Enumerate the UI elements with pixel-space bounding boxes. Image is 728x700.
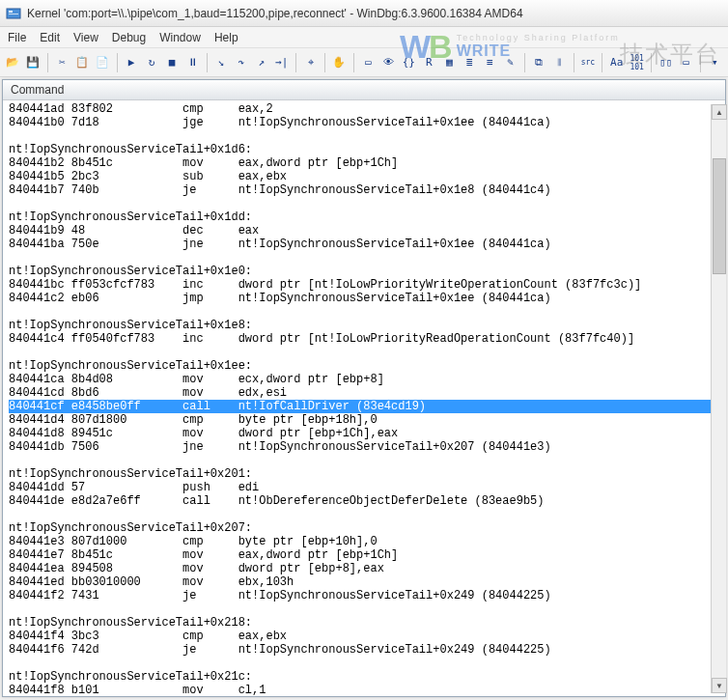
cut-icon[interactable]: ✂ [53,52,71,73]
disasm-line-highlighted[interactable]: 840441cf e8458be0ff call nt!IofCallDrive… [9,400,719,413]
disasm-line[interactable]: 840441c2 eb06 jmp nt!IopSynchronousServi… [9,292,719,305]
disasm-line[interactable]: 840441f8 b101 mov cl,1 [9,684,719,696]
toolbar-separator [602,53,602,72]
cmd-window-icon[interactable]: ▭ [359,52,378,73]
save-icon[interactable]: 💾 [24,52,42,73]
disasm-line[interactable]: 840441b9 48 dec eax [9,224,719,238]
break-icon[interactable]: ⏸ [183,52,202,73]
disasm-line[interactable]: 840441f6 742d je nt!IopSynchronousServic… [9,643,719,657]
toolbar-separator [324,53,325,72]
app-icon [6,6,21,21]
window-title: Kernel 'com:port=\\.\pipe\com_1,baud=115… [27,7,523,20]
disasm-line[interactable]: 840441f4 3bc3 cmp eax,ebx [9,630,719,643]
disasm-line[interactable] [9,602,719,616]
vertical-scrollbar[interactable]: ▲ ▼ [711,104,726,693]
disasm-line[interactable]: 840441dd 57 push edi [9,481,719,494]
disasm-line[interactable] [9,657,719,670]
toolbar: 📂💾✂📋📄▶↻■⏸↘↷↗→|⌖✋▭👁{}R▦≣≡✎⧉⫴srcAa101 101▯… [0,48,728,77]
disasm-line[interactable] [9,508,719,521]
call-stack-window-icon[interactable]: ≣ [461,52,479,73]
menu-file[interactable]: File [8,31,26,44]
step-out-icon[interactable]: ↗ [252,52,270,73]
memory-window-icon[interactable]: ▦ [440,52,459,73]
disasm-line[interactable]: nt!IopSynchronousServiceTail+0x201: [9,467,719,481]
watch-window-icon[interactable]: 👁 [379,52,398,73]
step-over-icon[interactable]: ↷ [232,52,250,73]
disasm-line[interactable] [9,305,719,319]
disasm-line[interactable] [9,346,719,359]
disasm-line[interactable] [9,251,719,265]
paste-icon[interactable]: 📄 [94,52,112,73]
svg-rect-1 [9,11,13,13]
hand-icon[interactable]: ✋ [330,52,349,73]
menu-edit[interactable]: Edit [40,31,60,44]
source-mode-icon[interactable]: src [578,52,597,73]
toolbar-separator [574,53,574,72]
svg-rect-2 [9,14,18,14]
toolbar-separator [295,53,296,72]
open-icon[interactable]: 📂 [4,52,22,73]
disasm-line[interactable] [9,197,719,210]
scroll-track[interactable] [712,120,726,678]
disasm-line[interactable]: 840441ed bb03010000 mov ebx,103h [9,575,719,589]
toolbar-separator [524,53,525,72]
threads-icon[interactable]: ⫴ [550,52,569,73]
toolbar-separator [207,53,208,72]
go-icon[interactable]: ▶ [123,52,141,73]
copy-icon[interactable]: 📋 [73,52,92,73]
disasm-line[interactable]: 840441ea 894508 mov dword ptr [ebp+8],ea… [9,562,719,575]
scroll-up-button[interactable]: ▲ [712,104,727,120]
disasm-line[interactable]: nt!IopSynchronousServiceTail+0x207: [9,521,719,535]
disasm-line[interactable]: nt!IopSynchronousServiceTail+0x21c: [9,670,719,684]
disasm-line[interactable]: 840441cd 8bd6 mov edx,esi [9,386,719,400]
toolbar-separator [47,53,48,72]
disasm-line[interactable]: 840441ba 750e jne nt!IopSynchronousServi… [9,238,719,251]
disasm-line[interactable]: nt!IopSynchronousServiceTail+0x1e8: [9,319,719,332]
locals-window-icon[interactable]: {} [400,52,418,73]
step-into-icon[interactable]: ↘ [211,52,230,73]
disasm-line[interactable]: 840441ad 83f802 cmp eax,2 [9,102,719,116]
toolbar-separator [117,53,118,72]
stop-icon[interactable]: ■ [163,52,182,73]
scratch-window-icon[interactable]: ✎ [501,52,519,73]
disasm-line[interactable]: 840441de e8d2a7e6ff call nt!ObDereferenc… [9,494,719,508]
disasm-line[interactable] [9,454,719,467]
command-window: Command 840441ad 83f802 cmp eax,2840441b… [2,79,726,697]
disassembly-output[interactable]: 840441ad 83f802 cmp eax,2840441b0 7d18 j… [3,100,725,696]
run-to-icon[interactable]: →| [272,52,291,73]
registers-window-icon[interactable]: R [420,52,438,73]
watermark-platform: 技术平台 [620,39,720,70]
disasm-line[interactable]: 840441d8 89451c mov dword ptr [ebp+1Ch],… [9,427,719,440]
disasm-line[interactable]: 840441b2 8b451c mov eax,dword ptr [ebp+1… [9,156,719,170]
disasm-line[interactable]: nt!IopSynchronousServiceTail+0x1d6: [9,143,719,156]
window-titlebar: Kernel 'com:port=\\.\pipe\com_1,baud=115… [0,0,728,27]
disasm-line[interactable]: nt!IopSynchronousServiceTail+0x1e0: [9,265,719,278]
disasm-line[interactable]: 840441db 7506 jne nt!IopSynchronousServi… [9,440,719,454]
menu-window[interactable]: Window [159,31,201,44]
scroll-down-button[interactable]: ▼ [712,678,727,693]
disasm-line[interactable]: 840441b0 7d18 jge nt!IopSynchronousServi… [9,116,719,129]
disasm-line[interactable]: 840441d4 807d1800 cmp byte ptr [ebp+18h]… [9,413,719,427]
disasm-line[interactable]: 840441e7 8b451c mov eax,dword ptr [ebp+1… [9,548,719,562]
menu-help[interactable]: Help [214,31,238,44]
disasm-line[interactable]: 840441c4 ff0540fcf783 inc dword ptr [nt!… [9,332,719,346]
disasm-line[interactable]: 840441bc ff053cfcf783 inc dword ptr [nt!… [9,278,719,292]
menu-view[interactable]: View [73,31,98,44]
menu-debug[interactable]: Debug [112,31,146,44]
disasm-line[interactable]: nt!IopSynchronousServiceTail+0x218: [9,616,719,630]
command-window-title: Command [3,80,725,100]
disasm-line[interactable]: nt!IopSynchronousServiceTail+0x1ee: [9,359,719,373]
menubar: FileEditViewDebugWindowHelp [0,27,728,48]
scroll-thumb[interactable] [713,158,726,274]
disasm-window-icon[interactable]: ≡ [481,52,499,73]
restart-icon[interactable]: ↻ [143,52,161,73]
disasm-line[interactable]: 840441b7 740b je nt!IopSynchronousServic… [9,183,719,197]
disasm-line[interactable]: 840441e3 807d1000 cmp byte ptr [ebp+10h]… [9,535,719,548]
disasm-line[interactable]: 840441ca 8b4d08 mov ecx,dword ptr [ebp+8… [9,373,719,386]
processes-icon[interactable]: ⧉ [530,52,548,73]
cursor-icon[interactable]: ⌖ [301,52,320,73]
disasm-line[interactable] [9,129,719,143]
disasm-line[interactable]: 840441f2 7431 je nt!IopSynchronousServic… [9,589,719,602]
disasm-line[interactable]: nt!IopSynchronousServiceTail+0x1dd: [9,210,719,224]
disasm-line[interactable]: 840441b5 2bc3 sub eax,ebx [9,170,719,183]
